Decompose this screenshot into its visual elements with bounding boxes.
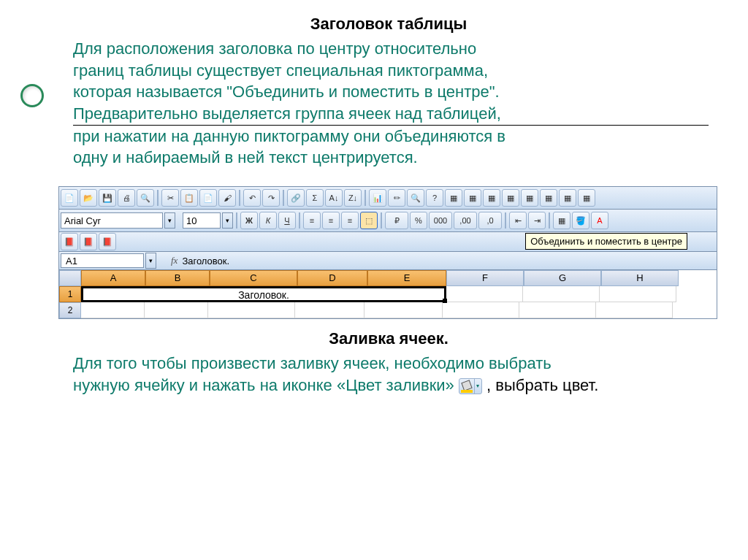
formula-value[interactable]: Заголовок.	[182, 256, 229, 266]
italic-button[interactable]: К	[259, 212, 277, 229]
cell[interactable]	[208, 302, 295, 318]
fx-label[interactable]: fx	[171, 255, 178, 266]
cell[interactable]	[295, 302, 365, 318]
align-left-icon[interactable]: ≡	[303, 212, 321, 229]
column-header-f[interactable]: F	[446, 270, 524, 286]
open-icon[interactable]: 📂	[80, 189, 97, 207]
p1-line4: Предварительно выделяется группа ячеек н…	[73, 104, 501, 123]
sort-desc-icon[interactable]: Z↓	[344, 189, 362, 207]
misc-icon-6[interactable]: ▦	[540, 189, 557, 207]
save-icon[interactable]: 💾	[99, 189, 116, 207]
select-all-corner[interactable]	[59, 270, 81, 286]
row-header-1[interactable]: 1	[59, 286, 81, 302]
sum-icon[interactable]: Σ	[306, 189, 324, 207]
formatting-toolbar: Arial Cyr ▾ 10 ▾ Ж К Ч ≡ ≡ ≡ ⬚ ₽ % 000 ,…	[59, 210, 717, 232]
p1-line5: при нажатии на данную пиктограмму они об…	[73, 127, 505, 145]
align-right-icon[interactable]: ≡	[341, 212, 359, 229]
spreadsheet-grid: ABCDEFGH 1 Заголовок. 2	[59, 270, 717, 318]
copy-icon[interactable]: 📋	[180, 189, 198, 207]
new-icon[interactable]: 📄	[61, 189, 78, 207]
font-color-icon[interactable]: A	[591, 212, 608, 229]
decrease-decimal-button[interactable]: ,0	[478, 212, 502, 229]
formula-bar: A1 ▾ fx Заголовок.	[59, 252, 717, 270]
increase-decimal-button[interactable]: ,00	[454, 212, 477, 229]
misc-icon-7[interactable]: ▦	[559, 189, 576, 207]
column-header-h[interactable]: H	[601, 270, 679, 286]
merge-tooltip: Объединить и поместить в центре	[525, 233, 687, 250]
bold-button[interactable]: Ж	[240, 212, 258, 229]
misc-icon-4[interactable]: ▦	[502, 189, 519, 207]
borders-icon[interactable]: ▦	[553, 212, 570, 229]
merge-center-button[interactable]: ⬚	[360, 212, 378, 229]
redo-icon[interactable]: ↷	[262, 189, 280, 207]
font-size-dropdown-icon[interactable]: ▾	[222, 212, 233, 229]
paste-icon[interactable]: 📄	[199, 189, 217, 207]
bullet-decor	[20, 84, 44, 107]
thousands-button[interactable]: 000	[429, 212, 452, 229]
separator	[239, 190, 240, 206]
column-header-d[interactable]: D	[297, 270, 367, 286]
column-header-e[interactable]: E	[367, 270, 446, 286]
misc-icon-8[interactable]: ▦	[578, 189, 595, 207]
misc-icon-3[interactable]: ▦	[483, 189, 500, 207]
misc-icon-2[interactable]: ▦	[464, 189, 481, 207]
paragraph-1: Для расположения заголовка по центру отн…	[73, 38, 704, 169]
link-icon[interactable]: 🔗	[287, 189, 305, 207]
zoom-icon[interactable]: 🔍	[407, 189, 424, 207]
p1-line2: границ таблицы существует специальная пи…	[73, 61, 488, 80]
name-box[interactable]: A1	[61, 253, 144, 268]
preview-icon[interactable]: 🔍	[137, 189, 154, 207]
column-header-c[interactable]: C	[210, 270, 297, 286]
currency-button[interactable]: ₽	[385, 212, 408, 229]
excel-screenshot: 📄 📂 💾 🖨 🔍 ✂ 📋 📄 🖌 ↶ ↷ 🔗 Σ A↓ Z↓ 📊 ✏ 🔍 ? …	[58, 186, 717, 319]
cell[interactable]	[145, 302, 208, 318]
namebox-dropdown-icon[interactable]: ▾	[145, 253, 156, 269]
drawing-icon[interactable]: ✏	[388, 189, 405, 207]
font-name-box[interactable]: Arial Cyr	[61, 212, 163, 229]
extra-toolbar: 📕 📕 📕 Объединить и поместить в центре	[59, 232, 717, 252]
percent-button[interactable]: %	[410, 212, 427, 229]
decrease-indent-icon[interactable]: ⇤	[509, 212, 527, 229]
separator	[549, 212, 550, 229]
undo-icon[interactable]: ↶	[243, 189, 261, 207]
print-icon[interactable]: 🖨	[118, 189, 135, 207]
pdf-icon-2[interactable]: 📕	[80, 233, 97, 250]
format-painter-icon[interactable]: 🖌	[218, 189, 236, 207]
merged-cell-a1e1[interactable]: Заголовок.	[81, 286, 446, 302]
separator	[157, 190, 159, 206]
font-size-box[interactable]: 10	[183, 212, 221, 229]
underline-button[interactable]: Ч	[278, 212, 296, 229]
cell[interactable]	[523, 286, 600, 302]
cell[interactable]	[365, 302, 443, 318]
row-header-2[interactable]: 2	[59, 302, 81, 318]
increase-indent-icon[interactable]: ⇥	[528, 212, 546, 229]
pdf-icon-3[interactable]: 📕	[99, 233, 116, 250]
pdf-icon-1[interactable]: 📕	[61, 233, 78, 250]
cut-icon[interactable]: ✂	[161, 189, 179, 207]
p2-line2: нужную ячейку и нажать на иконке «Цвет з…	[73, 376, 454, 394]
cell[interactable]	[596, 302, 673, 318]
cell[interactable]	[446, 286, 523, 302]
cell[interactable]	[519, 302, 596, 318]
chart-icon[interactable]: 📊	[369, 189, 386, 207]
separator	[283, 190, 284, 206]
fill-color-icon[interactable]: 🪣	[572, 212, 589, 229]
misc-icon[interactable]: ▦	[445, 189, 462, 207]
column-header-g[interactable]: G	[524, 270, 601, 286]
p1-line3: которая называется "Объединить и помести…	[73, 83, 500, 101]
column-header-b[interactable]: B	[145, 270, 210, 286]
separator	[365, 190, 366, 206]
cell[interactable]	[600, 286, 676, 302]
align-center-icon[interactable]: ≡	[322, 212, 340, 229]
column-header-a[interactable]: A	[81, 270, 145, 286]
separator	[236, 212, 237, 229]
font-name-dropdown-icon[interactable]: ▾	[164, 212, 175, 229]
separator	[381, 212, 382, 229]
cell[interactable]	[443, 302, 519, 318]
cell[interactable]	[81, 302, 145, 318]
misc-icon-5[interactable]: ▦	[521, 189, 538, 207]
sort-asc-icon[interactable]: A↓	[325, 189, 343, 207]
column-headers: ABCDEFGH	[59, 270, 717, 286]
paragraph-2: Для того чтобы произвести заливку ячеек,…	[73, 353, 704, 396]
help-icon[interactable]: ?	[426, 189, 443, 207]
